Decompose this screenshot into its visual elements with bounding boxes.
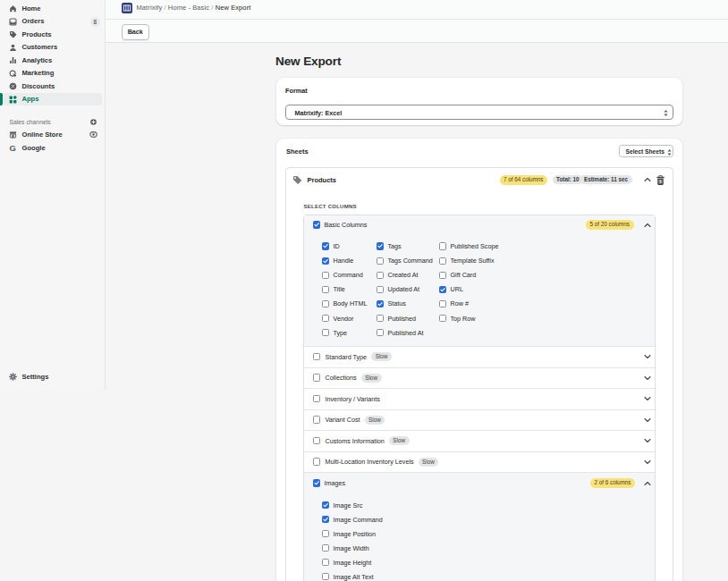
svg-text:G: G <box>10 144 16 152</box>
